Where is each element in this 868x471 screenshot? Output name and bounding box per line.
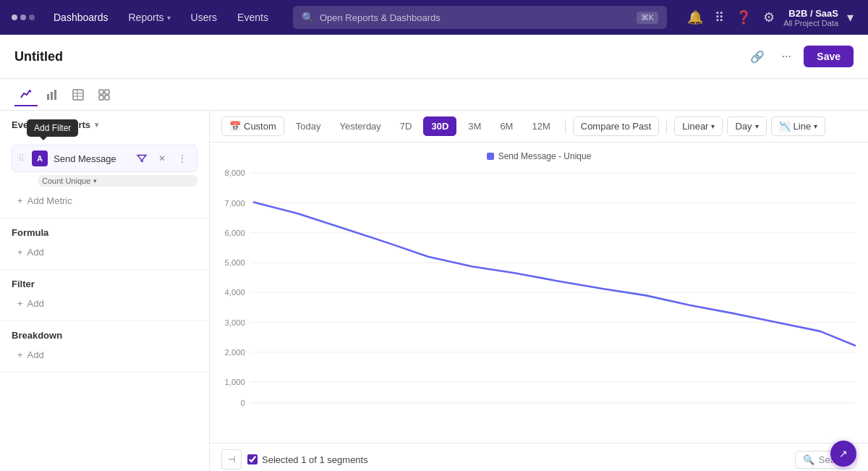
calendar-icon: 📅 (229, 121, 241, 132)
linear-label: Linear (682, 121, 708, 132)
30d-button[interactable]: 30D (423, 116, 456, 136)
metric-badge: A (32, 150, 48, 166)
line-type-button[interactable]: 📉 Line ▾ (771, 116, 826, 136)
metric-name: Send Message (54, 153, 127, 164)
add-filter-label: Add (27, 298, 44, 309)
chart-toolbar: 📅 Custom Today Yesterday 7D 30D 3M 6M 12… (210, 111, 868, 143)
add-filter-button[interactable]: + Add (12, 295, 197, 312)
add-breakdown-label: Add (27, 349, 44, 360)
search-placeholder-text: Open Reports & Dashboards (320, 12, 441, 23)
bar-chart-icon (46, 88, 59, 101)
logo[interactable] (12, 14, 35, 20)
filter-icon (137, 153, 147, 164)
remove-metric-button[interactable]: ✕ (153, 150, 171, 167)
svg-rect-1 (51, 92, 53, 100)
nav-reports[interactable]: Reports ▾ (122, 9, 178, 26)
custom-label: Custom (244, 121, 276, 132)
metric-item: Add Filter ⠿ A Send Message ✕ ⋮ (12, 145, 197, 172)
chart-svg-container: 8,000 7,000 6,000 5,000 4,000 3,000 2,00… (221, 167, 856, 406)
add-breakdown-plus-icon: + (17, 349, 23, 360)
add-breakdown-button[interactable]: + Add (12, 347, 197, 363)
header-actions: 🔗 ··· Save (746, 45, 854, 68)
svg-rect-9 (99, 96, 103, 100)
help-icon[interactable]: ❓ (733, 7, 754, 28)
notifications-icon[interactable]: 🔔 (684, 7, 706, 28)
apps-icon[interactable]: ⠿ (712, 7, 727, 28)
tab-bar-chart[interactable] (41, 83, 64, 106)
linear-button[interactable]: Linear ▾ (674, 116, 723, 136)
logo-dot-1 (12, 14, 17, 20)
3m-button[interactable]: 3M (461, 117, 488, 135)
add-metric-label: Add Metric (27, 195, 72, 206)
nav-events[interactable]: Events (230, 9, 276, 26)
day-label: Day (735, 121, 752, 132)
drag-handle-icon[interactable]: ⠿ (18, 153, 25, 164)
add-formula-label: Add (27, 247, 44, 258)
segment-info: Selected 1 of 1 segments (247, 454, 368, 465)
project-chevron-icon[interactable]: ▾ (844, 7, 856, 28)
metric-more-button[interactable]: ⋮ (174, 150, 191, 167)
svg-text:8,000: 8,000 (225, 169, 245, 177)
bottom-search-icon: 🔍 (803, 454, 814, 465)
svg-text:6,000: 6,000 (225, 229, 245, 237)
count-unique-chevron-icon: ▾ (93, 177, 97, 184)
page-title: Untitled (14, 49, 746, 64)
toolbar-divider-2 (666, 119, 667, 134)
formula-section: Formula + Add (0, 218, 209, 270)
line-chart-icon (20, 88, 33, 101)
linear-chevron-icon: ▾ (711, 122, 715, 130)
legend-dot-icon (487, 153, 494, 160)
nav-users[interactable]: Users (184, 9, 225, 26)
settings-icon[interactable]: ⚙ (760, 7, 778, 28)
svg-rect-8 (105, 90, 109, 94)
share-fab-button[interactable]: ↗ (830, 441, 856, 467)
yesterday-button[interactable]: Yesterday (333, 117, 388, 135)
logo-dot-2 (20, 14, 26, 20)
today-button[interactable]: Today (289, 117, 328, 135)
save-button[interactable]: Save (804, 46, 854, 67)
tab-grid[interactable] (93, 83, 116, 106)
line-chevron-icon: ▾ (814, 122, 817, 130)
12m-button[interactable]: 12M (524, 117, 557, 135)
chart-legend: Send Message - Unique (221, 151, 856, 161)
add-metric-button[interactable]: + Add Metric (12, 192, 197, 209)
svg-text:1,000: 1,000 (225, 378, 245, 386)
add-filter-plus-icon: + (17, 298, 23, 309)
count-unique-badge[interactable]: Count Unique ▾ (38, 175, 197, 187)
project-info[interactable]: B2B / SaaS All Project Data (783, 8, 838, 27)
svg-text:4,000: 4,000 (225, 288, 245, 297)
global-search[interactable]: 🔍 Open Reports & Dashboards ⌘K (293, 6, 667, 29)
day-button[interactable]: Day ▾ (727, 116, 766, 136)
custom-date-button[interactable]: 📅 Custom (221, 116, 284, 136)
svg-text:2,000: 2,000 (225, 348, 245, 357)
segment-label: Selected 1 of 1 segments (262, 454, 368, 465)
nav-dashboards[interactable]: Dashboards (46, 9, 116, 26)
segment-checkbox[interactable] (247, 454, 258, 464)
svg-rect-0 (47, 94, 49, 100)
tab-line-chart[interactable] (14, 83, 38, 106)
table-icon (72, 88, 85, 101)
search-icon: 🔍 (302, 12, 314, 23)
reports-chevron-icon: ▾ (167, 14, 171, 22)
collapse-icon: ⊣ (228, 454, 235, 464)
page-header: Untitled 🔗 ··· Save (0, 35, 868, 79)
collapse-sidebar-button[interactable]: ⊣ (221, 449, 242, 470)
share-icon: ↗ (839, 448, 848, 459)
svg-text:5,000: 5,000 (225, 258, 245, 267)
svg-text:3,000: 3,000 (225, 318, 245, 327)
bottom-bar: ⊣ Selected 1 of 1 segments 🔍 Search ↗ (210, 443, 868, 471)
6m-button[interactable]: 6M (493, 117, 520, 135)
svg-text:0: 0 (240, 399, 244, 406)
add-formula-button[interactable]: + Add (12, 244, 197, 260)
more-options-button[interactable]: ··· (775, 45, 798, 68)
compare-to-past-button[interactable]: Compare to Past (573, 116, 660, 136)
share-link-button[interactable]: 🔗 (746, 45, 769, 68)
7d-button[interactable]: 7D (393, 117, 420, 135)
events-cohorts-chevron-icon: ▾ (95, 121, 98, 129)
tab-table[interactable] (67, 83, 90, 106)
svg-rect-3 (73, 90, 83, 100)
filter-button[interactable] (133, 150, 150, 167)
grid-icon (98, 88, 111, 101)
metric-actions: ✕ ⋮ (133, 150, 191, 167)
add-filter-tooltip: Add Filter (27, 119, 78, 137)
